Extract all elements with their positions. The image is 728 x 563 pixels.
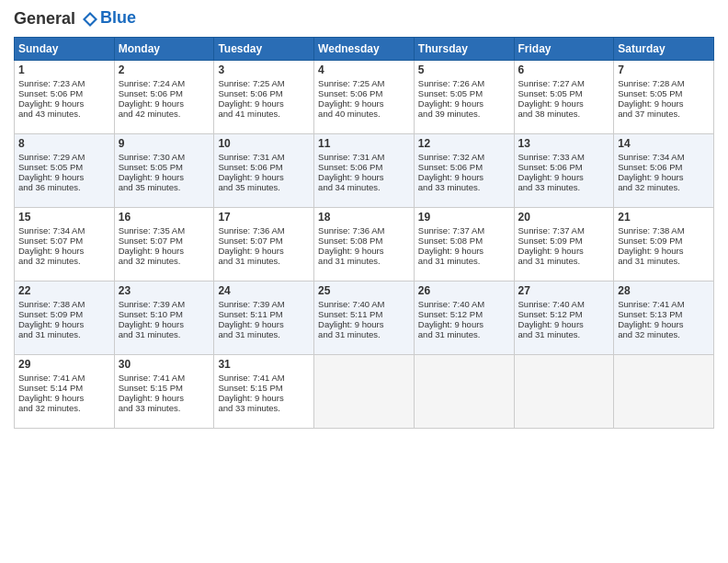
cell-line: Sunrise: 7:31 AM — [218, 152, 310, 162]
day-number: 29 — [18, 358, 110, 371]
header-cell-monday: Monday — [114, 37, 214, 60]
day-number: 8 — [18, 137, 110, 150]
day-number: 5 — [418, 63, 510, 76]
cell-line: Daylight: 9 hours — [119, 98, 210, 109]
calendar-cell: 31Sunrise: 7:41 AMSunset: 5:15 PMDayligh… — [214, 354, 314, 428]
cell-line: Sunset: 5:06 PM — [18, 88, 110, 98]
cell-line: Sunrise: 7:34 AM — [618, 152, 710, 162]
cell-line: Sunset: 5:05 PM — [119, 162, 210, 172]
cell-line: Daylight: 9 hours — [418, 98, 510, 109]
calendar-cell: 16Sunrise: 7:35 AMSunset: 5:07 PMDayligh… — [114, 207, 214, 281]
cell-line: Sunset: 5:09 PM — [18, 309, 110, 319]
cell-line: Sunrise: 7:23 AM — [18, 78, 110, 88]
cell-line: and 31 minutes. — [518, 256, 610, 266]
calendar-cell: 17Sunrise: 7:36 AMSunset: 5:07 PMDayligh… — [214, 207, 314, 281]
day-number: 18 — [318, 211, 410, 224]
calendar-cell: 15Sunrise: 7:34 AMSunset: 5:07 PMDayligh… — [15, 207, 115, 281]
cell-line: Sunset: 5:06 PM — [518, 162, 610, 172]
calendar-week-row: 1Sunrise: 7:23 AMSunset: 5:06 PMDaylight… — [15, 60, 714, 133]
cell-line: Sunset: 5:13 PM — [618, 309, 710, 319]
calendar-cell: 23Sunrise: 7:39 AMSunset: 5:10 PMDayligh… — [114, 281, 214, 354]
calendar-cell: 5Sunrise: 7:26 AMSunset: 5:05 PMDaylight… — [414, 60, 514, 133]
cell-line: Daylight: 9 hours — [518, 319, 610, 329]
calendar-cell: 29Sunrise: 7:41 AMSunset: 5:14 PMDayligh… — [15, 354, 115, 428]
cell-line: Daylight: 9 hours — [18, 172, 110, 182]
cell-line: and 31 minutes. — [318, 329, 410, 339]
calendar-cell: 7Sunrise: 7:28 AMSunset: 5:05 PMDaylight… — [614, 60, 714, 133]
cell-line: Daylight: 9 hours — [119, 246, 210, 256]
cell-line: Sunset: 5:09 PM — [518, 236, 610, 246]
cell-line: Sunset: 5:10 PM — [119, 309, 210, 319]
day-number: 24 — [218, 284, 310, 297]
calendar-cell: 3Sunrise: 7:25 AMSunset: 5:06 PMDaylight… — [214, 60, 314, 133]
calendar-table: SundayMondayTuesdayWednesdayThursdayFrid… — [14, 37, 714, 429]
cell-line: Sunrise: 7:36 AM — [318, 225, 410, 236]
cell-line: and 35 minutes. — [119, 182, 210, 192]
day-number: 4 — [318, 63, 410, 76]
cell-line: Sunrise: 7:41 AM — [18, 373, 110, 383]
cell-line: Sunrise: 7:41 AM — [618, 299, 710, 309]
header-cell-saturday: Saturday — [614, 37, 714, 60]
cell-line: and 42 minutes. — [119, 109, 210, 119]
calendar-cell: 19Sunrise: 7:37 AMSunset: 5:08 PMDayligh… — [414, 207, 514, 281]
cell-line: and 37 minutes. — [618, 109, 710, 119]
cell-line: Daylight: 9 hours — [418, 246, 510, 256]
day-number: 27 — [518, 284, 610, 297]
cell-line: Sunset: 5:14 PM — [18, 383, 110, 393]
cell-line: and 35 minutes. — [218, 182, 310, 192]
day-number: 9 — [119, 137, 210, 150]
cell-line: Sunrise: 7:39 AM — [218, 299, 310, 309]
cell-line: Sunset: 5:07 PM — [18, 236, 110, 246]
cell-line: Daylight: 9 hours — [318, 172, 410, 182]
cell-line: Sunrise: 7:41 AM — [218, 373, 310, 383]
cell-line: Sunset: 5:06 PM — [218, 88, 310, 98]
day-number: 21 — [618, 211, 710, 224]
cell-line: Sunset: 5:15 PM — [218, 383, 310, 393]
logo: General Blue — [14, 9, 136, 29]
header-cell-thursday: Thursday — [414, 37, 514, 60]
calendar-cell: 18Sunrise: 7:36 AMSunset: 5:08 PMDayligh… — [314, 207, 415, 281]
cell-line: Daylight: 9 hours — [218, 172, 310, 182]
cell-line: and 31 minutes. — [318, 256, 410, 266]
cell-line: and 33 minutes. — [518, 182, 610, 192]
cell-line: Daylight: 9 hours — [618, 172, 710, 182]
calendar-cell: 1Sunrise: 7:23 AMSunset: 5:06 PMDaylight… — [15, 60, 115, 133]
cell-line: and 41 minutes. — [218, 109, 310, 119]
day-number: 12 — [418, 137, 510, 150]
cell-line: Sunset: 5:06 PM — [318, 162, 410, 172]
day-number: 19 — [418, 211, 510, 224]
header-cell-friday: Friday — [514, 37, 614, 60]
cell-line: Daylight: 9 hours — [218, 393, 310, 403]
cell-line: Sunset: 5:07 PM — [218, 236, 310, 246]
cell-line: and 31 minutes. — [18, 329, 110, 339]
cell-line: Sunrise: 7:33 AM — [518, 152, 610, 162]
cell-line: Sunrise: 7:36 AM — [218, 225, 310, 236]
cell-line: Daylight: 9 hours — [318, 246, 410, 256]
cell-line: and 36 minutes. — [18, 182, 110, 192]
calendar-cell: 6Sunrise: 7:27 AMSunset: 5:05 PMDaylight… — [514, 60, 614, 133]
day-number: 3 — [218, 63, 310, 76]
header-cell-sunday: Sunday — [15, 37, 115, 60]
cell-line: Sunrise: 7:40 AM — [318, 299, 410, 309]
cell-line: Sunrise: 7:34 AM — [18, 225, 110, 236]
cell-line: Daylight: 9 hours — [18, 98, 110, 109]
cell-line: Daylight: 9 hours — [518, 98, 610, 109]
cell-line: Sunrise: 7:38 AM — [618, 225, 710, 236]
cell-line: and 32 minutes. — [618, 329, 710, 339]
day-number: 6 — [518, 63, 610, 76]
cell-line: and 31 minutes. — [218, 256, 310, 266]
day-number: 7 — [618, 63, 710, 76]
calendar-cell: 4Sunrise: 7:25 AMSunset: 5:06 PMDaylight… — [314, 60, 415, 133]
day-number: 16 — [119, 211, 210, 224]
cell-line: and 31 minutes. — [418, 329, 510, 339]
cell-line: Sunrise: 7:37 AM — [418, 225, 510, 236]
day-number: 10 — [218, 137, 310, 150]
cell-line: Sunrise: 7:25 AM — [318, 78, 410, 88]
cell-line: Sunrise: 7:25 AM — [218, 78, 310, 88]
cell-line: and 39 minutes. — [418, 109, 510, 119]
logo-icon — [81, 10, 99, 29]
cell-line: and 38 minutes. — [518, 109, 610, 119]
cell-line: Sunrise: 7:30 AM — [119, 152, 210, 162]
cell-line: and 32 minutes. — [18, 256, 110, 266]
calendar-cell: 8Sunrise: 7:29 AMSunset: 5:05 PMDaylight… — [15, 133, 115, 207]
